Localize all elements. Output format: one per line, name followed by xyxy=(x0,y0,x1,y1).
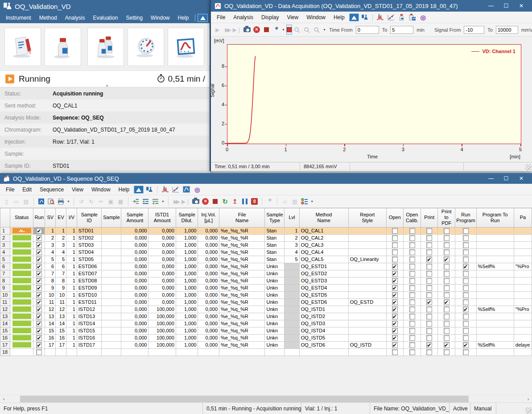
run-checkbox-cell[interactable] xyxy=(33,306,45,313)
open-checkbox[interactable] xyxy=(392,235,398,241)
print-checkbox[interactable] xyxy=(426,242,432,248)
sv-cell[interactable]: 5 xyxy=(45,256,56,263)
pdf-checkbox[interactable] xyxy=(444,349,450,355)
open_calib-checkbox[interactable] xyxy=(409,328,415,334)
method-cell[interactable]: OQ_ESTD3 xyxy=(299,277,348,284)
sample-cell[interactable] xyxy=(102,277,121,284)
minimize-button[interactable]: — xyxy=(484,1,498,10)
ev-cell[interactable]: 15 xyxy=(56,327,66,334)
print-checkbox-cell[interactable] xyxy=(421,313,438,320)
inj-vol-cell[interactable]: 0,000 xyxy=(198,291,219,298)
menu-sequence[interactable]: Sequence xyxy=(36,185,68,195)
ev-cell[interactable]: 14 xyxy=(56,320,66,327)
column-header[interactable]: Sample xyxy=(102,208,121,228)
sample-id-cell[interactable]: ISTD15 xyxy=(77,327,102,334)
sample-type-cell[interactable]: Stan xyxy=(265,256,285,263)
sample-cell[interactable] xyxy=(102,320,121,327)
open_calib-checkbox[interactable] xyxy=(409,285,415,291)
dropdown-icon[interactable]: ▼ xyxy=(282,28,285,31)
istd1-amount-cell[interactable]: 0,000 xyxy=(148,291,176,298)
pa-cell[interactable] xyxy=(514,348,532,356)
report-cell[interactable] xyxy=(348,348,386,356)
open_calib-checkbox[interactable] xyxy=(409,235,415,241)
sequence-row[interactable]: 6661ESTD060,0000,0001,0000,000%e_%q_%RUn… xyxy=(0,263,532,270)
method-setup-button[interactable] xyxy=(4,28,41,66)
abort-icon[interactable] xyxy=(201,197,210,206)
column-header[interactable]: Sample Amount xyxy=(121,208,148,228)
pa-cell[interactable] xyxy=(514,320,532,327)
method-cell[interactable]: OQ_CAL4 xyxy=(299,248,348,256)
row-number[interactable]: 16 xyxy=(0,334,10,341)
row-number[interactable]: 2 xyxy=(0,234,10,241)
menu-view[interactable]: View xyxy=(283,12,302,22)
iv-cell[interactable]: 1 xyxy=(66,320,77,327)
sv-cell[interactable]: 9 xyxy=(45,284,56,291)
cut-icon[interactable]: ✂ xyxy=(97,197,105,206)
method-cell[interactable]: OQ_ESTD1 xyxy=(299,263,348,270)
status-cell[interactable] xyxy=(10,248,33,256)
open_calib-checkbox[interactable] xyxy=(409,342,415,348)
sv-cell[interactable]: 4 xyxy=(45,248,56,256)
column-header[interactable]: Sample Dilut. xyxy=(176,208,198,228)
pdf-checkbox[interactable] xyxy=(444,342,450,348)
close-button[interactable]: ✕ xyxy=(514,174,528,183)
open_calib-checkbox[interactable] xyxy=(409,242,415,248)
program-to-run-cell[interactable] xyxy=(476,298,514,306)
ev-cell[interactable]: 6 xyxy=(56,263,66,270)
sample-dilut-cell[interactable] xyxy=(176,348,198,356)
pdf-checkbox-cell[interactable] xyxy=(437,327,455,334)
sv-cell[interactable]: 3 xyxy=(45,241,56,248)
ev-cell[interactable]: 16 xyxy=(56,334,66,341)
instrument-flask-icon[interactable] xyxy=(144,185,154,194)
sample-type-cell[interactable]: Stan xyxy=(265,227,285,234)
sample-dilut-cell[interactable]: 1,000 xyxy=(176,234,198,241)
pdf-checkbox[interactable] xyxy=(444,257,450,262)
file-name-cell[interactable]: %e_%q_%R xyxy=(219,341,265,348)
open-checkbox[interactable] xyxy=(392,314,398,319)
file-name-cell[interactable]: %e_%q_%R xyxy=(219,284,265,291)
iv-cell[interactable]: 1 xyxy=(66,284,77,291)
sample-type-cell[interactable] xyxy=(265,348,285,356)
sequence-row[interactable]: 3331STD030,0000,0001,0000,000%e_%q_%RSta… xyxy=(0,241,532,248)
row-number[interactable]: 7 xyxy=(0,270,10,277)
pa-cell[interactable] xyxy=(514,327,532,334)
print-checkbox[interactable] xyxy=(426,321,432,327)
run_program-checkbox[interactable] xyxy=(463,314,469,319)
pdf-checkbox-cell[interactable] xyxy=(437,234,455,241)
column-header[interactable]: Print to PDF xyxy=(437,208,455,228)
sequence-row[interactable]: 1616161ISTD160,000100,0001,0000,000%e_%q… xyxy=(0,334,532,341)
sample-amount-cell[interactable]: 0,000 xyxy=(121,334,148,341)
ev-cell[interactable]: 2 xyxy=(56,234,66,241)
snapshot-icon[interactable] xyxy=(243,25,251,34)
print-checkbox-cell[interactable] xyxy=(421,327,438,334)
sv-cell[interactable]: 10 xyxy=(45,291,56,298)
sample-amount-cell[interactable]: 0,000 xyxy=(121,284,148,291)
check-sequence-icon[interactable] xyxy=(300,197,309,206)
file-name-cell[interactable]: %e_%q_%R xyxy=(219,248,265,256)
inj-vol-cell[interactable] xyxy=(198,348,219,356)
stop-all-icon[interactable] xyxy=(250,197,259,206)
print-checkbox-cell[interactable] xyxy=(421,256,438,263)
program-to-run-cell[interactable] xyxy=(476,313,514,320)
run-checkbox-cell[interactable] xyxy=(33,277,45,284)
run-single-icon[interactable]: ▶❘ xyxy=(181,197,190,206)
preview-icon[interactable] xyxy=(47,197,55,206)
row-number[interactable]: 14 xyxy=(0,320,10,327)
open_calib-checkbox-cell[interactable] xyxy=(403,348,421,356)
report-cell[interactable] xyxy=(348,234,386,241)
ev-cell[interactable]: 4 xyxy=(56,248,66,256)
program-to-run-cell[interactable] xyxy=(476,248,514,256)
pdf-checkbox-cell[interactable] xyxy=(437,270,455,277)
sequence-row[interactable]: 2221STD020,0000,0001,0000,000%e_%q_%RSta… xyxy=(0,234,532,241)
sample-id-cell[interactable]: ISTD12 xyxy=(77,306,102,313)
iv-cell[interactable]: 1 xyxy=(66,234,77,241)
iv-cell[interactable]: 1 xyxy=(66,256,77,263)
run_program-checkbox-cell[interactable] xyxy=(455,277,476,284)
sv-cell[interactable]: 6 xyxy=(45,263,56,270)
inj-vol-cell[interactable]: 0,000 xyxy=(198,320,219,327)
sample-cell[interactable] xyxy=(102,227,121,234)
lvl-cell[interactable]: 1 xyxy=(285,227,299,234)
open-checkbox[interactable] xyxy=(392,285,398,291)
report-cell[interactable]: OQ_ESTD xyxy=(348,298,386,306)
sv-cell[interactable]: 17 xyxy=(45,341,56,348)
